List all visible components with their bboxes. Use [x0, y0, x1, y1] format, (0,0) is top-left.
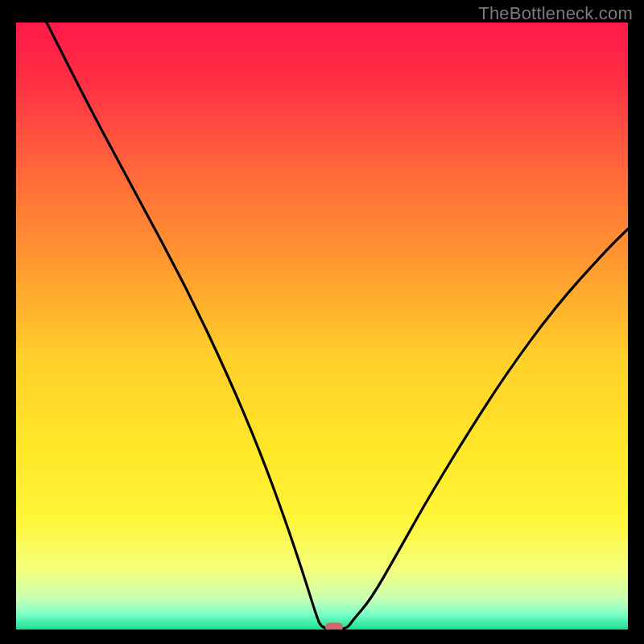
watermark-text: TheBottleneck.com	[478, 3, 633, 24]
bottleneck-curve	[47, 23, 628, 630]
curve-layer	[16, 23, 628, 630]
plot-area	[16, 23, 628, 630]
bottleneck-marker	[325, 623, 343, 630]
chart-frame: TheBottleneck.com	[0, 0, 644, 644]
